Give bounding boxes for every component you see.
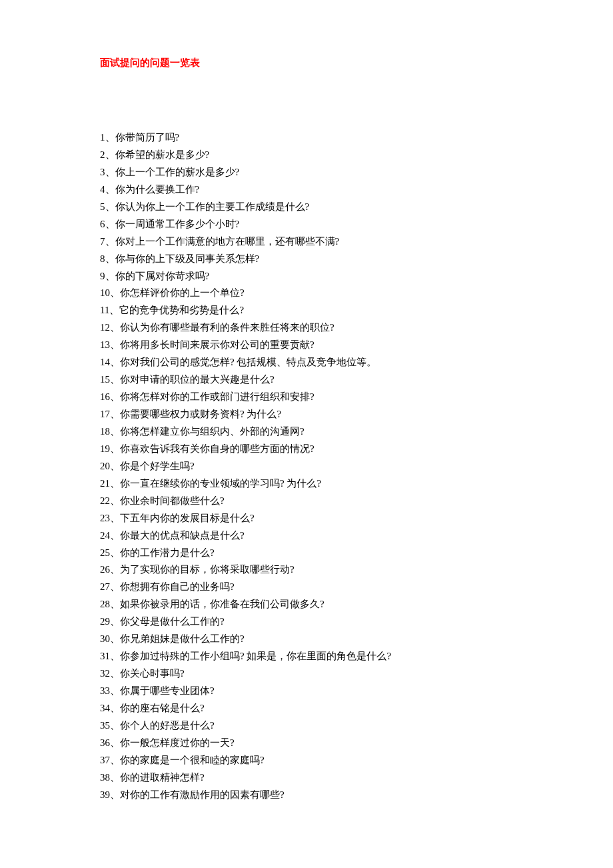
question-item: 22、你业余时间都做些什么? [100, 493, 513, 510]
question-item: 25、你的工作潜力是什么? [100, 545, 513, 562]
question-item: 26、为了实现你的目标，你将采取哪些行动? [100, 561, 513, 579]
question-item: 9、你的下属对你苛求吗? [100, 268, 513, 285]
question-list: 1、你带简历了吗?2、你希望的薪水是多少?3、你上一个工作的薪水是多少?4、你为… [100, 129, 513, 804]
question-item: 20、你是个好学生吗? [100, 458, 513, 475]
question-item: 21、你一直在继续你的专业领域的学习吗? 为什么? [100, 475, 513, 493]
question-item: 5、你认为你上一个工作的主要工作成绩是什么? [100, 199, 513, 216]
question-item: 18、你将怎样建立你与组织内、外部的沟通网? [100, 423, 513, 441]
question-item: 19、你喜欢告诉我有关你自身的哪些方面的情况? [100, 441, 513, 458]
question-item: 6、你一周通常工作多少个小时? [100, 216, 513, 233]
question-item: 27、你想拥有你自己的业务吗? [100, 579, 513, 596]
document-title: 面试提问的问题一览表 [100, 57, 513, 69]
question-item: 8、你与你的上下级及同事关系怎样? [100, 251, 513, 268]
question-item: 35、你个人的好恶是什么? [100, 717, 513, 735]
question-item: 24、你最大的优点和缺点是什么? [100, 527, 513, 545]
question-item: 17、你需要哪些权力或财务资料? 为什么? [100, 406, 513, 423]
question-item: 36、你一般怎样度过你的一天? [100, 735, 513, 752]
question-item: 15、你对申请的职位的最大兴趣是什么? [100, 371, 513, 389]
question-item: 30、你兄弟姐妹是做什么工作的? [100, 631, 513, 648]
question-item: 2、你希望的薪水是多少? [100, 147, 513, 164]
question-item: 39、对你的工作有激励作用的因素有哪些? [100, 787, 513, 804]
question-item: 13、你将用多长时间来展示你对公司的重要贡献? [100, 337, 513, 354]
question-item: 34、你的座右铭是什么? [100, 700, 513, 717]
question-item: 38、你的进取精神怎样? [100, 769, 513, 787]
question-item: 4、你为什么要换工作? [100, 181, 513, 199]
question-item: 23、下五年内你的发展目标是什么? [100, 510, 513, 527]
question-item: 10、你怎样评价你的上一个单位? [100, 285, 513, 302]
question-item: 11、它的竞争优势和劣势是什么? [100, 302, 513, 319]
question-item: 31、你参加过特殊的工作小组吗? 如果是，你在里面的角色是什么? [100, 648, 513, 665]
question-item: 12、你认为你有哪些最有利的条件来胜任将来的职位? [100, 319, 513, 337]
question-item: 7、你对上一个工作满意的地方在哪里，还有哪些不满? [100, 233, 513, 251]
question-item: 29、你父母是做什么工作的? [100, 613, 513, 631]
question-item: 16、你将怎样对你的工作或部门进行组织和安排? [100, 389, 513, 406]
question-item: 37、你的家庭是一个很和睦的家庭吗? [100, 752, 513, 769]
question-item: 32、你关心时事吗? [100, 665, 513, 683]
question-item: 28、如果你被录用的话，你准备在我们公司做多久? [100, 596, 513, 613]
question-item: 1、你带简历了吗? [100, 129, 513, 147]
question-item: 3、你上一个工作的薪水是多少? [100, 164, 513, 181]
question-item: 33、你属于哪些专业团体? [100, 683, 513, 700]
question-item: 14、你对我们公司的感觉怎样? 包括规模、特点及竞争地位等。 [100, 354, 513, 371]
